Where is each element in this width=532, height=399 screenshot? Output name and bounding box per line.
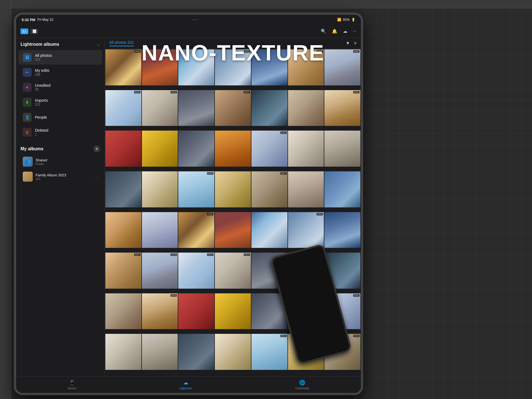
photo-cell[interactable]: DNG (288, 212, 324, 248)
dng-badge: DNG (207, 213, 213, 215)
photo-cell[interactable]: DNG (142, 253, 178, 289)
photo-cell[interactable]: DNG (215, 49, 251, 85)
family-album-more-icon[interactable]: ··· (95, 174, 98, 179)
photo-cell[interactable] (324, 212, 360, 248)
cloud-icon[interactable]: ☁ (343, 29, 347, 34)
photo-cell[interactable] (105, 212, 141, 248)
sidebar-item-my-edits[interactable]: ✏ My edits 286 (18, 65, 102, 80)
photo-cell[interactable]: DNG (142, 293, 178, 329)
photo-thumbnail (215, 171, 251, 207)
photo-cell[interactable]: DNG (142, 90, 178, 126)
layout-icon[interactable]: ⬜ (30, 29, 38, 34)
photo-thumbnail: DNG (142, 90, 178, 126)
photo-thumbnail: DNG (215, 49, 251, 85)
photo-cell[interactable] (142, 131, 178, 167)
photo-thumbnail: DNG (105, 90, 141, 126)
photo-thumbnail (324, 212, 360, 248)
photo-thumbnail (178, 334, 214, 370)
photo-cell[interactable]: DNG (215, 90, 251, 126)
deleted-count: 1 (35, 133, 98, 136)
dng-badge: DNG (207, 253, 213, 256)
photo-thumbnail (178, 90, 214, 126)
sidebar-item-imports[interactable]: ⬇ Imports 321 (18, 95, 102, 110)
photo-cell[interactable]: DNG (178, 253, 214, 289)
dng-badge: DNG (207, 172, 213, 175)
family-album-info: Family Album 2023 101 (35, 173, 95, 181)
photo-cell[interactable] (178, 334, 214, 370)
photo-thumbnail: DNG (251, 131, 287, 167)
photo-cell[interactable] (288, 90, 324, 126)
dng-badge: DNG (317, 50, 323, 53)
photo-cell[interactable] (105, 171, 141, 207)
photo-cell[interactable] (251, 49, 287, 85)
photo-cell[interactable] (251, 90, 287, 126)
photo-cell[interactable]: DNG (178, 212, 214, 248)
photo-cell[interactable] (178, 131, 214, 167)
sidebar-item-deleted[interactable]: 🗑 Deleted 1 (18, 125, 102, 139)
sidebar: Lightroom albums ⌄ 🖼 All photos 321 (16, 38, 105, 376)
photo-cell[interactable] (215, 171, 251, 207)
photo-cell[interactable] (142, 171, 178, 207)
sidebar-item-unedited[interactable]: ✕ Unedited 35 (18, 80, 102, 95)
sidebar-item-all-photos[interactable]: 🖼 All photos 321 (18, 50, 102, 65)
device-label: Device (68, 387, 76, 390)
photo-cell[interactable] (288, 171, 324, 207)
photo-thumbnail: DNG (251, 334, 287, 370)
bottom-tab-device[interactable]: 📱 Device (62, 377, 82, 392)
photo-cell[interactable] (215, 334, 251, 370)
dng-badge: DNG (353, 335, 360, 337)
photo-cell[interactable]: DNG (251, 131, 287, 167)
photo-cell[interactable] (178, 293, 214, 329)
photo-cell[interactable] (178, 90, 214, 126)
photo-cell[interactable]: DNG (105, 49, 141, 85)
sidebar-chevron-icon[interactable]: ⌄ (97, 42, 100, 47)
photo-thumbnail (142, 334, 178, 370)
photo-cell[interactable] (215, 212, 251, 248)
bottom-tab-lightroom[interactable]: ☁ Lightroom (174, 377, 197, 392)
photo-cell[interactable]: DNG (324, 90, 360, 126)
photo-cell[interactable]: DNG (215, 253, 251, 289)
photo-cell[interactable]: DNG (178, 171, 214, 207)
my-edits-label: My edits (35, 68, 98, 73)
photo-cell[interactable]: DNG (105, 253, 141, 289)
sidebar-item-people[interactable]: 👤 People (18, 110, 102, 124)
photo-thumbnail: DNG (215, 253, 251, 289)
notifications-icon[interactable]: 🔔 (332, 29, 337, 34)
add-album-button[interactable]: + (93, 146, 100, 152)
photo-cell[interactable]: DNG (251, 334, 287, 370)
photo-thumbnail (142, 131, 178, 167)
search-icon[interactable]: 🔍 (321, 29, 326, 34)
photo-cell[interactable] (105, 334, 141, 370)
photo-cell[interactable] (142, 334, 178, 370)
photo-cell[interactable] (215, 293, 251, 329)
photo-cell[interactable] (105, 131, 141, 167)
album-item-family[interactable]: Family Album 2023 101 ··· (18, 169, 102, 184)
tab-all-photos[interactable]: All photos 321 (109, 40, 134, 46)
deleted-icon: 🗑 (23, 128, 32, 137)
photo-cell[interactable]: DNG (251, 171, 287, 207)
photo-cell[interactable]: DNG (288, 49, 324, 85)
battery-percent: 91% (343, 18, 350, 22)
photo-thumbnail (105, 171, 141, 207)
photo-cell[interactable] (142, 49, 178, 85)
album-item-shared[interactable]: 👥 Shared Folder (18, 154, 102, 169)
photo-cell[interactable] (324, 171, 360, 207)
photo-cell[interactable] (324, 131, 360, 167)
photo-cell[interactable]: DNG (324, 49, 360, 85)
deleted-text: Deleted 1 (35, 128, 98, 136)
bottom-tab-community[interactable]: 🌐 Community (290, 377, 315, 392)
my-albums-title: My albums (21, 146, 44, 151)
photo-cell[interactable] (288, 131, 324, 167)
photo-cell[interactable] (105, 293, 141, 329)
photo-cell[interactable] (215, 131, 251, 167)
dng-badge: DNG (244, 50, 250, 53)
more-options-icon[interactable]: ··· (353, 29, 357, 34)
filter-icon[interactable]: ▼ (346, 41, 350, 46)
photo-cell[interactable]: DNG (105, 90, 141, 126)
sort-icon[interactable]: ≡ (354, 41, 357, 46)
photo-thumbnail: DNG (142, 253, 178, 289)
photo-cell[interactable] (178, 49, 214, 85)
status-center-dots: ··· (192, 17, 198, 22)
photo-cell[interactable] (142, 212, 178, 248)
photo-cell[interactable] (251, 212, 287, 248)
